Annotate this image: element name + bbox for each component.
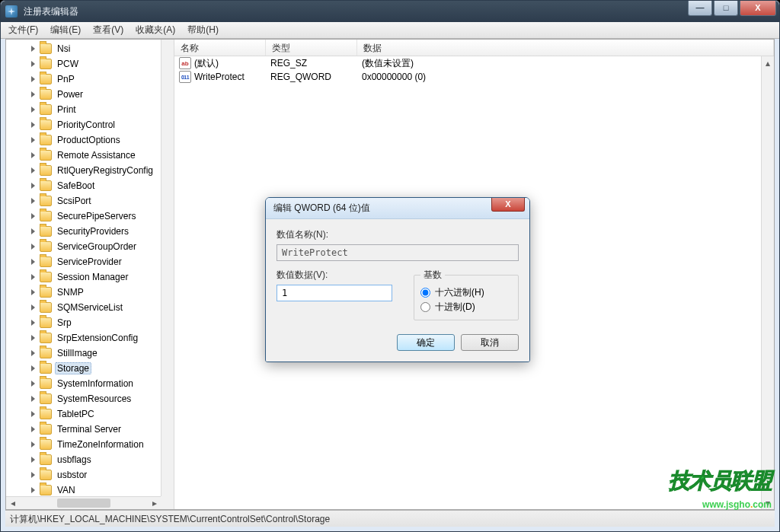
expand-arrow-icon[interactable] <box>29 242 38 251</box>
dialog-window[interactable]: 编辑 QWORD (64 位)值 X 数值名称(N): 数值数据(V): 基数 <box>265 197 530 362</box>
scroll-track[interactable] <box>19 497 148 509</box>
tree-item-securityproviders[interactable]: SecurityProviders <box>6 224 161 239</box>
expand-arrow-icon[interactable] <box>29 303 38 312</box>
tree-item-nsi[interactable]: Nsi <box>6 41 161 56</box>
expand-arrow-icon[interactable] <box>29 425 38 434</box>
tree-item-systemresources[interactable]: SystemResources <box>6 391 161 406</box>
expand-arrow-icon[interactable] <box>29 151 38 160</box>
expand-arrow-icon[interactable] <box>29 379 38 388</box>
expand-arrow-icon[interactable] <box>29 196 38 205</box>
tree-item-usbflags[interactable]: usbflags <box>6 452 161 467</box>
scroll-track[interactable] <box>762 69 774 496</box>
tree-item-srpextensionconfig[interactable]: SrpExtensionConfig <box>6 330 161 346</box>
tree-item-rtlqueryregistryconfig[interactable]: RtlQueryRegistryConfig <box>6 163 161 178</box>
scroll-up-icon[interactable]: ▴ <box>762 56 774 69</box>
tree-item-productoptions[interactable]: ProductOptions <box>6 132 161 148</box>
tree-item-securepipeservers[interactable]: SecurePipeServers <box>6 209 161 224</box>
radio-dec-row[interactable]: 十进制(D) <box>420 301 512 314</box>
dialog-close-button[interactable]: X <box>491 198 525 212</box>
tree-item-tabletpc[interactable]: TabletPC <box>6 406 161 422</box>
tree-scroll[interactable]: NsiPCWPnPPowerPrintPriorityControlProduc… <box>6 40 161 496</box>
scroll-right-icon[interactable]: ▸ <box>148 497 161 510</box>
expand-arrow-icon[interactable] <box>29 166 38 175</box>
tree-item-systeminformation[interactable]: SystemInformation <box>6 376 161 391</box>
expand-arrow-icon[interactable] <box>29 440 38 449</box>
radio-dec[interactable] <box>420 302 430 312</box>
expand-arrow-icon[interactable] <box>29 394 38 403</box>
column-data[interactable]: 数据 <box>357 40 774 56</box>
tree-item-session-manager[interactable]: Session Manager <box>6 269 161 285</box>
expand-arrow-icon[interactable] <box>29 455 38 464</box>
value-row[interactable]: 011WriteProtectREG_QWORD0x00000000 (0) <box>174 70 774 84</box>
expand-arrow-icon[interactable] <box>29 272 38 282</box>
expand-arrow-icon[interactable] <box>29 257 38 266</box>
tree-item-timezoneinformation[interactable]: TimeZoneInformation <box>6 437 161 452</box>
tree-item-stillimage[interactable]: StillImage <box>6 346 161 361</box>
tree-item-scsiport[interactable]: ScsiPort <box>6 193 161 209</box>
scroll-down-icon[interactable]: ▾ <box>762 496 774 509</box>
scroll-left-icon[interactable]: ◂ <box>6 497 19 510</box>
tree-item-serviceprovider[interactable]: ServiceProvider <box>6 254 161 269</box>
tree-item-print[interactable]: Print <box>6 102 161 117</box>
expand-arrow-icon[interactable] <box>29 364 38 373</box>
expand-arrow-icon[interactable] <box>29 288 38 297</box>
minimize-button[interactable]: — <box>688 1 712 16</box>
tree-item-usbstor[interactable]: usbstor <box>6 467 161 483</box>
tree-horizontal-scrollbar[interactable]: ◂ ▸ <box>6 496 161 509</box>
scroll-thumb[interactable] <box>57 499 110 508</box>
expand-arrow-icon[interactable] <box>29 135 38 145</box>
titlebar[interactable]: 注册表编辑器 — □ X <box>1 1 779 22</box>
tree-item-pnp[interactable]: PnP <box>6 72 161 87</box>
expand-arrow-icon[interactable] <box>29 44 38 53</box>
menu-view[interactable]: 查看(V) <box>87 21 129 39</box>
folder-icon <box>40 485 52 495</box>
values-vertical-scrollbar[interactable]: ▴ ▾ <box>761 56 774 509</box>
expand-arrow-icon[interactable] <box>29 75 38 84</box>
radio-hex-row[interactable]: 十六进制(H) <box>420 286 512 299</box>
menu-help[interactable]: 帮助(H) <box>181 21 225 39</box>
expand-arrow-icon[interactable] <box>29 227 38 236</box>
tree-item-prioritycontrol[interactable]: PriorityControl <box>6 117 161 132</box>
expand-arrow-icon[interactable] <box>29 120 38 129</box>
expand-arrow-icon[interactable] <box>29 409 38 419</box>
tree-item-safeboot[interactable]: SafeBoot <box>6 178 161 193</box>
expand-arrow-icon[interactable] <box>29 59 38 68</box>
tree-item-power[interactable]: Power <box>6 87 161 102</box>
tree-item-sqmservicelist[interactable]: SQMServiceList <box>6 300 161 315</box>
tree-item-remote-assistance[interactable]: Remote Assistance <box>6 148 161 163</box>
value-data-input[interactable] <box>277 285 392 301</box>
menu-file[interactable]: 文件(F) <box>2 21 44 39</box>
tree-item-van[interactable]: VAN <box>6 483 161 496</box>
tree-item-terminal-server[interactable]: Terminal Server <box>6 422 161 437</box>
tree-item-storage[interactable]: Storage <box>6 361 161 376</box>
tree-item-srp[interactable]: Srp <box>6 315 161 330</box>
expand-arrow-icon[interactable] <box>29 470 38 479</box>
tree-item-pcw[interactable]: PCW <box>6 56 161 72</box>
menu-edit[interactable]: 编辑(E) <box>44 21 87 39</box>
tree-item-snmp[interactable]: SNMP <box>6 285 161 300</box>
expand-arrow-icon[interactable] <box>29 333 38 342</box>
tree-label: SystemInformation <box>55 378 136 389</box>
expand-arrow-icon[interactable] <box>29 349 38 358</box>
value-row[interactable]: ab(默认)REG_SZ(数值未设置) <box>174 56 774 70</box>
tree-item-servicegrouporder[interactable]: ServiceGroupOrder <box>6 239 161 254</box>
expand-arrow-icon[interactable] <box>29 105 38 114</box>
tree-vertical-scrollbar[interactable] <box>161 40 174 496</box>
column-name[interactable]: 名称 <box>174 40 266 56</box>
column-type[interactable]: 类型 <box>266 40 357 56</box>
dialog-titlebar[interactable]: 编辑 QWORD (64 位)值 X <box>266 198 529 219</box>
expand-arrow-icon[interactable] <box>29 318 38 327</box>
expand-arrow-icon[interactable] <box>29 90 38 99</box>
expand-arrow-icon[interactable] <box>29 212 38 221</box>
radio-hex[interactable] <box>420 288 430 298</box>
menu-favorites[interactable]: 收藏夹(A) <box>129 21 181 39</box>
cancel-button[interactable]: 取消 <box>461 334 519 351</box>
ok-button[interactable]: 确定 <box>397 334 455 351</box>
folder-icon <box>40 165 52 176</box>
expand-arrow-icon[interactable] <box>29 486 38 495</box>
values-list[interactable]: ab(默认)REG_SZ(数值未设置)011WriteProtectREG_QW… <box>174 56 774 84</box>
value-data: (数值未设置) <box>357 57 774 70</box>
maximize-button[interactable]: □ <box>714 1 738 16</box>
expand-arrow-icon[interactable] <box>29 181 38 190</box>
close-button[interactable]: X <box>740 1 776 16</box>
